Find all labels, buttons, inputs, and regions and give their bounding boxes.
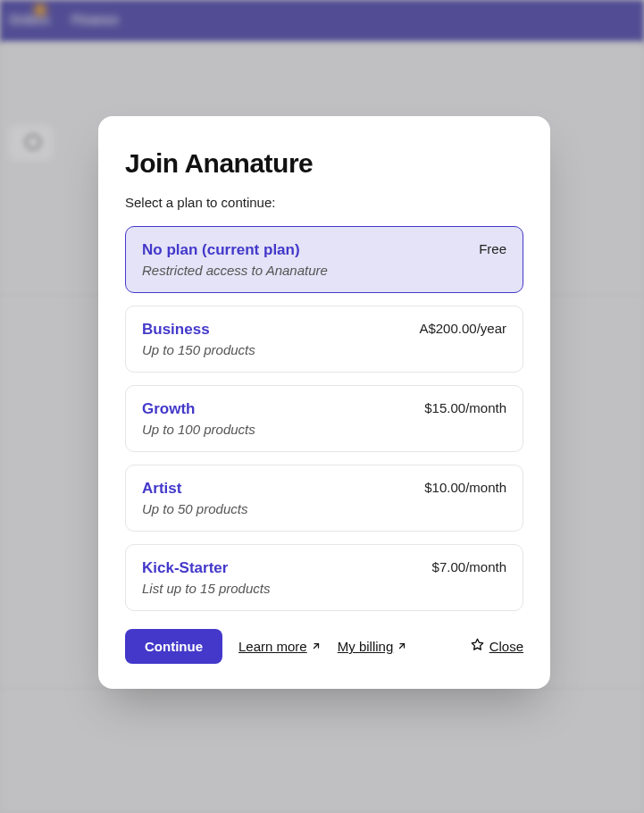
star-icon <box>471 638 484 655</box>
my-billing-label: My billing <box>338 639 394 654</box>
learn-more-link[interactable]: Learn more <box>238 639 322 654</box>
plan-modal: Join Ananature Select a plan to continue… <box>98 116 550 689</box>
plan-description: Up to 100 products <box>142 422 255 437</box>
plan-name: Artist <box>142 480 247 498</box>
external-link-icon <box>397 639 407 654</box>
external-link-icon <box>311 639 322 654</box>
modal-title: Join Ananature <box>125 148 523 179</box>
plan-price: Free <box>479 241 506 256</box>
plan-name: No plan (current plan) <box>142 241 328 259</box>
plan-price: A$200.00/year <box>419 321 506 336</box>
plan-description: Restricted access to Ananature <box>142 263 328 278</box>
learn-more-label: Learn more <box>238 639 307 654</box>
svg-line-1 <box>400 644 405 649</box>
plan-description: Up to 150 products <box>142 342 255 357</box>
plan-description: Up to 50 products <box>142 501 247 516</box>
my-billing-link[interactable]: My billing <box>338 639 408 654</box>
plan-card-no-plan[interactable]: No plan (current plan) Restricted access… <box>125 226 523 293</box>
plan-name: Business <box>142 321 255 339</box>
plan-price: $7.00/month <box>432 559 506 574</box>
plan-name: Growth <box>142 400 255 418</box>
plan-card-artist[interactable]: Artist Up to 50 products $10.00/month <box>125 465 523 532</box>
plan-price: $15.00/month <box>424 400 506 415</box>
svg-line-0 <box>314 644 318 649</box>
svg-marker-2 <box>472 639 483 650</box>
continue-button[interactable]: Continue <box>125 629 222 664</box>
plan-card-kick-starter[interactable]: Kick-Starter List up to 15 products $7.0… <box>125 544 523 611</box>
plan-description: List up to 15 products <box>142 581 270 596</box>
plan-list: No plan (current plan) Restricted access… <box>125 226 523 611</box>
close-button[interactable]: Close <box>471 638 523 655</box>
plan-card-growth[interactable]: Growth Up to 100 products $15.00/month <box>125 385 523 452</box>
close-label: Close <box>489 639 523 654</box>
modal-footer: Continue Learn more My billing Close <box>125 629 523 664</box>
plan-price: $10.00/month <box>424 480 506 495</box>
plan-card-business[interactable]: Business Up to 150 products A$200.00/yea… <box>125 306 523 373</box>
plan-name: Kick-Starter <box>142 559 270 577</box>
modal-subtitle: Select a plan to continue: <box>125 195 523 210</box>
